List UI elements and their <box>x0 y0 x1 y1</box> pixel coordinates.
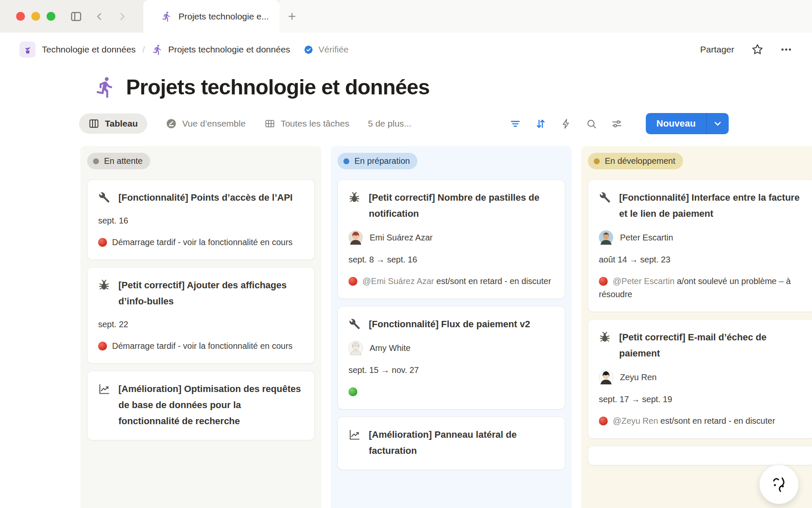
filter-icon[interactable] <box>510 118 521 130</box>
card-status: Démarrage tardif - voir la fonctionnalit… <box>98 236 304 249</box>
tab-title: Projets technologie e... <box>178 11 269 22</box>
view-tab-label: 5 de plus... <box>368 119 411 129</box>
card-title: [Fonctionnalité] Points d’accès de l’API <box>118 190 293 206</box>
card-status <box>348 385 554 398</box>
new-tab-icon[interactable] <box>286 11 298 22</box>
avatar <box>348 341 363 355</box>
card-header: [Petit correctif] Ajouter des affichages… <box>98 277 304 309</box>
task-card[interactable]: [Fonctionnalité] Points d’accès de l’API… <box>87 179 315 260</box>
teamspace-plant-icon[interactable] <box>19 41 36 58</box>
runner-icon <box>152 44 163 55</box>
card-header: [Fonctionnalité] Points d’accès de l’API <box>98 190 304 206</box>
task-card[interactable]: [Fonctionnalité] Flux de paiement v2Amy … <box>337 306 565 409</box>
sliders-icon[interactable] <box>611 118 623 130</box>
status-text: est/sont en retard - en discuter <box>436 276 551 286</box>
sort-icon[interactable] <box>535 118 546 130</box>
card-title: [Petit correctif] E-mail d’échec de paie… <box>619 329 804 362</box>
avatar <box>599 370 613 384</box>
column-header-pill[interactable]: En préparation <box>337 153 417 169</box>
column-header-pill[interactable]: En développement <box>588 153 683 169</box>
bug-icon <box>98 277 110 309</box>
verified-badge[interactable]: Vérifiée <box>303 44 348 55</box>
view-tab-label: Tableau <box>105 119 138 129</box>
new-button[interactable]: Nouveau <box>646 113 706 134</box>
verified-label: Vérifiée <box>318 44 348 55</box>
card-dates: sept. 15 → nov. 27 <box>348 364 554 377</box>
task-card[interactable]: [Petit correctif] Ajouter des affichages… <box>87 267 315 364</box>
status-red-dot-icon <box>599 277 608 286</box>
avatar <box>348 230 363 245</box>
task-card[interactable]: [Fonctionnalité] Interface entre la fact… <box>588 179 812 312</box>
window-controls-area <box>0 0 143 33</box>
status-red-dot-icon <box>98 238 107 247</box>
task-card[interactable]: [Amélioration] Optimisation des requêtes… <box>87 371 315 440</box>
back-icon[interactable] <box>93 11 105 22</box>
wrench-icon <box>599 190 611 222</box>
view-tab-label: Vue d’ensemble <box>182 119 246 129</box>
card-title: [Petit correctif] Ajouter des affichages… <box>118 277 304 309</box>
task-card[interactable]: [Amélioration] Panneau latéral de factur… <box>337 417 565 470</box>
avatar <box>599 230 613 245</box>
task-card[interactable]: [Petit correctif] Nombre de pastilles de… <box>337 179 565 299</box>
page-header: Projets technologie et données <box>94 68 812 106</box>
status-red-dot-icon <box>348 277 357 286</box>
card-assignee: Peter Escartin <box>599 230 804 245</box>
status-red-dot-icon <box>98 342 107 351</box>
view-tab-label: Toutes les tâches <box>281 119 349 129</box>
new-button-dropdown[interactable] <box>706 113 729 134</box>
card-status: @Peter Escartin a/ont soulevé un problèm… <box>599 275 804 301</box>
status-dot-icon <box>594 158 600 164</box>
task-card-partial[interactable] <box>588 446 812 465</box>
minimize-window-button[interactable] <box>31 12 40 21</box>
zoom-window-button[interactable] <box>47 12 55 21</box>
view-toolbar: Tableau Vue d’ensemble Toutes les tâches… <box>79 110 729 138</box>
bug-icon <box>599 329 611 362</box>
column-cards: [Fonctionnalité] Points d’accès de l’API… <box>87 179 315 440</box>
card-dates: sept. 17 → sept. 19 <box>599 393 804 406</box>
bolt-icon[interactable] <box>560 118 572 130</box>
browser-tab-active[interactable]: Projets technologie e... <box>143 0 280 33</box>
card-title: [Fonctionnalité] Interface entre la fact… <box>619 190 804 222</box>
notion-ai-face-button[interactable] <box>760 465 798 504</box>
wrench-icon <box>98 190 110 206</box>
column-label: En préparation <box>354 156 410 166</box>
card-title: [Amélioration] Optimisation des requêtes… <box>118 381 304 429</box>
forward-icon[interactable] <box>116 11 128 22</box>
task-card[interactable]: [Petit correctif] E-mail d’échec de paie… <box>588 319 812 439</box>
toggle-sidebar-icon[interactable] <box>70 10 82 23</box>
board-icon <box>88 118 99 129</box>
page-title: Projets technologie et données <box>126 75 430 99</box>
close-window-button[interactable] <box>16 12 25 21</box>
view-tab-tableau[interactable]: Tableau <box>79 113 147 134</box>
column-cards: [Petit correctif] Nombre de pastilles de… <box>337 179 565 470</box>
card-header: [Fonctionnalité] Flux de paiement v2 <box>348 316 554 332</box>
notion-face-icon <box>766 471 792 497</box>
kanban-board: En attente[Fonctionnalité] Points d’accè… <box>0 146 812 508</box>
card-title: [Fonctionnalité] Flux de paiement v2 <box>369 316 530 332</box>
status-dot-icon <box>93 158 99 164</box>
view-tab-more-views[interactable]: 5 de plus... <box>368 119 411 129</box>
card-header: [Petit correctif] Nombre de pastilles de… <box>348 190 554 222</box>
card-header: [Petit correctif] E-mail d’échec de paie… <box>599 329 804 362</box>
favorite-star-icon[interactable] <box>751 43 764 56</box>
assignee-name: Amy White <box>370 342 411 355</box>
view-tab-vue-densemble[interactable]: Vue d’ensemble <box>166 118 246 129</box>
bug-icon <box>348 190 360 222</box>
breadcrumb-teamspace[interactable]: Technologie et données <box>42 44 136 55</box>
runner-icon <box>161 11 172 22</box>
view-tab-toutes-les-taches[interactable]: Toutes les tâches <box>264 118 349 129</box>
page-runner-icon[interactable] <box>94 76 117 99</box>
column-label: En attente <box>104 156 143 166</box>
card-status: @Zeyu Ren est/sont en retard - en discut… <box>599 414 804 428</box>
card-dates: sept. 8 → sept. 16 <box>348 253 554 266</box>
board-column-en-attente: En attente[Fonctionnalité] Points d’accè… <box>80 146 321 508</box>
column-header-pill[interactable]: En attente <box>87 153 150 169</box>
search-icon[interactable] <box>586 118 597 130</box>
status-text: Démarrage tardif - voir la fonctionnalit… <box>112 237 293 247</box>
new-button-group: Nouveau <box>646 113 729 134</box>
breadcrumb-page[interactable]: Projets technologie et données <box>168 44 290 55</box>
assignee-name: Zeyu Ren <box>620 371 657 384</box>
toolbar-actions: Nouveau <box>510 113 729 134</box>
more-options-icon[interactable] <box>780 43 793 56</box>
share-button[interactable]: Partager <box>700 44 734 55</box>
